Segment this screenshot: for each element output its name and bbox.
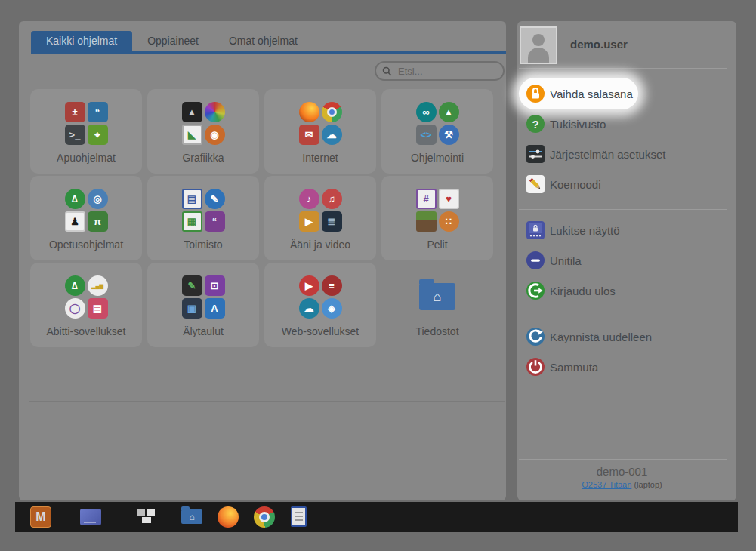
- document-icon[interactable]: [291, 506, 307, 527]
- desktop: Kaikki ohjelmatOppiaineetOmat ohjelmat ±…: [0, 0, 756, 551]
- sleep-icon: [526, 251, 545, 269]
- firefox-icon: [299, 102, 319, 122]
- file-manager-icon[interactable]: ⌂: [181, 509, 202, 524]
- menu-item-label: Käynnistä uudelleen: [550, 331, 652, 343]
- category-tile-lytaulut[interactable]: ✎⊡▣AÄlytaulut: [147, 263, 259, 347]
- category-label: Apuohjelmat: [57, 152, 116, 164]
- graduation-cap-icon: ∆: [65, 189, 85, 209]
- power-icon: [526, 358, 545, 376]
- section-divider: [29, 401, 505, 402]
- category-icon-cluster: ∞▲<>⚒: [416, 101, 459, 145]
- menu-item-kirjaudu-ulos[interactable]: Kirjaudu ulos: [517, 276, 736, 306]
- category-tile-toimisto[interactable]: ▤✎▦“Toimisto: [147, 176, 259, 260]
- quotes-icon: “: [205, 211, 225, 232]
- avatar[interactable]: [520, 26, 557, 64]
- category-label: Internet: [302, 152, 338, 164]
- tablet-pencil-icon: ✎: [182, 276, 202, 296]
- notes-icon: “: [88, 102, 108, 122]
- music-note-icon: ♫: [322, 189, 342, 209]
- code-editor-icon: <>: [416, 125, 437, 145]
- firefox-icon[interactable]: [218, 506, 239, 528]
- menu-launcher-icon[interactable]: M: [30, 506, 51, 528]
- menu-group-session: Lukitse näyttöUnitilaKirjaudu ulos: [517, 215, 736, 306]
- menu-item-label: Lukitse näyttö: [550, 224, 620, 237]
- menu-group-power: Käynnistä uudelleenSammuta: [517, 322, 736, 382]
- category-tile-grafiikka[interactable]: ▲◣◉Grafiikka: [147, 89, 259, 174]
- impress-doc-icon: ▤: [88, 298, 108, 319]
- chrome-icon[interactable]: [254, 506, 275, 528]
- arduino-icon: ∞: [416, 102, 437, 122]
- menu-item-k-ynnist-uudelleen[interactable]: Käynnistä uudelleen: [517, 322, 736, 352]
- menu-item-label: Unitila: [550, 254, 582, 267]
- category-tile-ni-ja-video[interactable]: ♪♫▶≣Ääni ja video: [264, 176, 376, 260]
- category-tile-opetusohjelmat[interactable]: ∆◎♟πOpetusohjelmat: [30, 176, 142, 260]
- hostname: demo-001: [517, 465, 727, 478]
- menu-item-unitila[interactable]: Unitila: [517, 245, 736, 276]
- stats-chart-icon: ▂▄▆: [88, 276, 108, 296]
- show-desktop-icon[interactable]: [80, 509, 101, 525]
- category-icon-cluster: ∆◎♟π: [65, 188, 108, 232]
- graduation-cap-icon: ∆: [65, 276, 85, 296]
- sliders-icon: [526, 145, 545, 163]
- category-icon-cluster: ♪♫▶≣: [299, 188, 342, 232]
- mail-icon: ✉: [299, 125, 319, 145]
- category-tile-ohjelmointi[interactable]: ∞▲<>⚒Ohjelmointi: [381, 89, 493, 174]
- menu-item-label: Tukisivusto: [550, 118, 606, 131]
- gamepad-icon: ∷: [439, 211, 459, 232]
- category-icon-cluster: ✎⊡▣A: [182, 275, 225, 319]
- screen-share-icon: ▣: [182, 298, 202, 319]
- ebook-icon: ≡: [322, 276, 342, 296]
- atom-icon: ◎: [88, 189, 108, 209]
- pen-icon: ✎: [205, 189, 225, 209]
- mouse-settings-icon: ⌖: [88, 125, 108, 145]
- restart-icon: [526, 328, 545, 346]
- menu-item-lukitse-n-ytt[interactable]: Lukitse näyttö: [517, 215, 736, 245]
- category-grid: ±“>_⌖Apuohjelmat▲◣◉Grafiikka✉☁Internet∞▲…: [30, 89, 493, 347]
- category-tile-apuohjelmat[interactable]: ±“>_⌖Apuohjelmat: [30, 89, 142, 174]
- tab-bar: Kaikki ohjelmatOppiaineetOmat ohjelmat: [31, 31, 506, 51]
- inkscape-icon: ▲: [182, 102, 202, 122]
- build-tools-icon: ⚒: [439, 125, 459, 145]
- category-icon-cluster: ⌂: [419, 275, 455, 319]
- sidebar-divider: [519, 459, 727, 460]
- chalkboard-icon: π: [88, 211, 108, 232]
- menu-item-tukisivusto[interactable]: ?Tukisivusto: [517, 109, 736, 139]
- category-label: Älytaulut: [183, 325, 224, 337]
- search-input[interactable]: [397, 65, 497, 78]
- category-label: Ohjelmointi: [411, 152, 464, 164]
- tab-underline: [31, 51, 506, 54]
- tab-kaikki-ohjelmat[interactable]: Kaikki ohjelmat: [31, 31, 132, 51]
- menu-item-koemoodi[interactable]: Koemoodi: [517, 169, 736, 199]
- search-icon: [382, 66, 392, 76]
- screen-lock-icon: [526, 221, 545, 239]
- crop-tool-icon: ⊡: [205, 276, 225, 296]
- video-editor-icon: ≣: [322, 211, 342, 232]
- window-tiling-icon[interactable]: [136, 506, 157, 528]
- sidebar-divider: [519, 209, 727, 210]
- category-tile-internet[interactable]: ✉☁Internet: [264, 89, 376, 174]
- android-studio-icon: ▲: [439, 102, 459, 122]
- tux-icon: ♟: [65, 211, 85, 232]
- category-label: Web-sovellukset: [282, 325, 359, 337]
- menu-item-j-rjestelm-n-asetukset[interactable]: Järjestelmän asetukset: [517, 139, 736, 169]
- category-icon-cluster: ∆▂▄▆◯▤: [65, 275, 108, 319]
- design-ruler-icon: ◣: [182, 125, 202, 145]
- category-tile-web-sovellukset[interactable]: ▶≡☁◈Web-sovellukset: [264, 263, 376, 347]
- search-box[interactable]: [375, 61, 505, 81]
- terminal-icon: >_: [65, 125, 85, 145]
- writer-doc-icon: ▤: [182, 189, 202, 209]
- category-tile-pelit[interactable]: #♥∷Pelit: [381, 176, 493, 260]
- category-tile-tiedostot[interactable]: ⌂Tiedostot: [381, 263, 493, 347]
- menu-item-vaihda-salasana[interactable]: Vaihda salasana: [517, 78, 736, 109]
- tab-omat-ohjelmat[interactable]: Omat ohjelmat: [214, 31, 313, 51]
- device-model-link[interactable]: O2537 Titaan: [582, 480, 631, 489]
- device-type-label: (laptop): [634, 480, 662, 489]
- ring-icon: ◯: [65, 298, 85, 319]
- color-wheel-icon: [205, 102, 225, 122]
- tab-oppiaineet[interactable]: Oppiaineet: [132, 31, 214, 51]
- chrome-icon: [322, 102, 342, 122]
- menu-item-label: Järjestelmän asetukset: [550, 148, 665, 161]
- category-tile-abitti-sovellukset[interactable]: ∆▂▄▆◯▤Abitti-sovellukset: [30, 263, 142, 347]
- blender-icon: ◉: [205, 125, 225, 145]
- menu-item-sammuta[interactable]: Sammuta: [517, 352, 736, 382]
